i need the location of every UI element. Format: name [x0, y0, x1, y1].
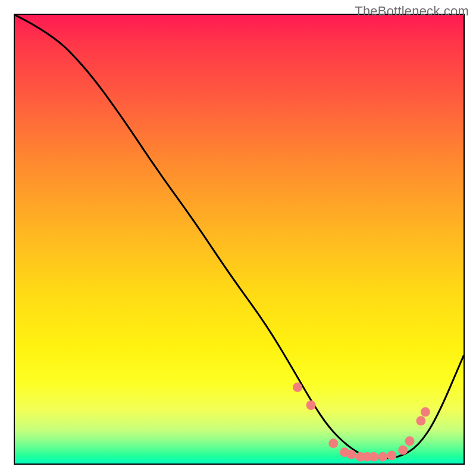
chart-frame: TheBottleneck.com: [0, 0, 476, 476]
trough-dots: [293, 383, 430, 462]
trough-dot: [387, 450, 396, 460]
trough-dot: [421, 407, 430, 416]
trough-dot: [416, 416, 425, 425]
trough-dot: [293, 383, 302, 392]
plot-area: [14, 14, 465, 465]
attribution-label: TheBottleneck.com: [355, 4, 469, 19]
curve-layer: [15, 15, 464, 464]
trough-dot: [306, 400, 316, 410]
trough-dot: [369, 452, 378, 462]
trough-dot: [398, 445, 408, 455]
trough-dot: [405, 436, 415, 446]
trough-dot: [378, 452, 387, 462]
trough-dot: [328, 439, 338, 448]
trough-dot: [347, 450, 356, 459]
bottleneck-curve: [15, 15, 464, 459]
